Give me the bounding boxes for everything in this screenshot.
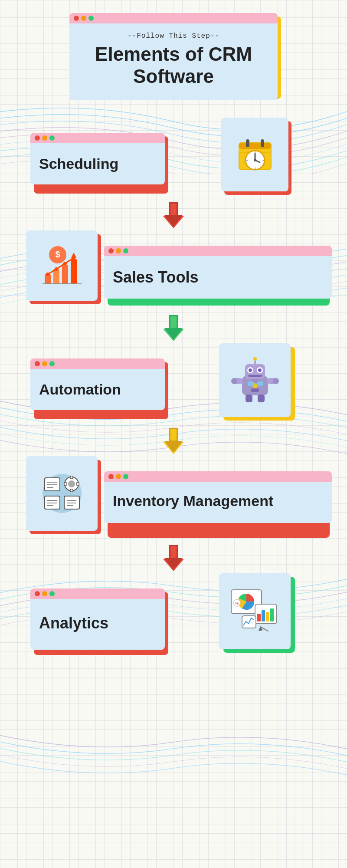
svg-rect-19 — [71, 259, 77, 284]
inventory-titlebar — [104, 471, 332, 482]
svg-point-38 — [231, 378, 237, 384]
dot-red-inv — [108, 474, 114, 479]
svg-rect-54 — [70, 489, 73, 492]
svg-rect-68 — [257, 614, 261, 621]
svg-rect-4 — [246, 139, 249, 147]
sales-titlebar — [104, 246, 332, 256]
dot-yellow-sched — [42, 135, 47, 141]
analytics-body: Analytics — [30, 599, 165, 650]
dot-red-sched — [35, 135, 40, 141]
svg-point-30 — [249, 368, 252, 372]
dot-yellow-ana — [42, 591, 47, 596]
arrow4-head — [163, 559, 184, 571]
arrow2-head — [163, 329, 184, 341]
svg-rect-40 — [246, 395, 252, 402]
inventory-body: Inventory Management — [104, 482, 332, 523]
scheduling-body: Scheduling — [30, 143, 165, 184]
dot-green-sched — [49, 135, 55, 141]
arrow3-head — [163, 442, 184, 454]
dot-yellow-auto — [42, 361, 47, 366]
inventory-title: Inventory Management — [113, 492, 273, 510]
automation-icon-box — [219, 343, 291, 417]
inventory-icon-box — [26, 456, 98, 531]
sales-tools-section: $ — [13, 230, 334, 311]
dot-red-header — [74, 16, 79, 21]
dot-yellow-header — [81, 16, 86, 21]
header-titlebar — [69, 13, 278, 23]
dot-green-auto — [49, 361, 55, 366]
svg-point-21 — [55, 267, 58, 271]
automation-window: Automation — [30, 358, 165, 410]
header-window: --Follow This Step-- Elements of CRM Sof… — [69, 13, 278, 100]
svg-rect-56 — [76, 483, 79, 485]
svg-rect-70 — [266, 612, 269, 621]
scheduling-icon-box — [221, 118, 288, 191]
dot-green-sales — [123, 248, 128, 253]
calendar-clock-icon — [236, 135, 275, 174]
svg-text:$: $ — [55, 250, 60, 259]
arrow-1 — [13, 200, 334, 230]
scheduling-section: Scheduling — [13, 118, 334, 198]
svg-rect-43 — [251, 388, 259, 392]
svg-point-39 — [273, 378, 279, 384]
arrow-3 — [13, 426, 334, 456]
svg-point-20 — [46, 273, 49, 276]
svg-marker-24 — [71, 253, 76, 258]
svg-rect-53 — [70, 476, 73, 479]
svg-point-22 — [63, 262, 67, 265]
header-title: Elements of CRM Software — [82, 43, 265, 87]
header-section: --Follow This Step-- Elements of CRM Sof… — [13, 13, 334, 100]
svg-rect-34 — [248, 375, 262, 377]
header-subtitle: --Follow This Step-- — [82, 32, 265, 40]
sales-chart-icon: $ — [40, 244, 84, 287]
arrow-2 — [13, 313, 334, 343]
dot-green-ana — [49, 591, 55, 596]
analytics-title: Analytics — [39, 614, 156, 632]
arrow-4 — [13, 543, 334, 573]
analytics-window: Analytics — [30, 589, 165, 650]
automation-section: Automation — [13, 343, 334, 424]
sales-title: Sales Tools — [113, 268, 198, 286]
scheduling-title: Scheduling — [39, 155, 156, 172]
dot-green-header — [88, 16, 94, 21]
page-container: --Follow This Step-- Elements of CRM Sof… — [0, 0, 347, 680]
dot-red-ana — [35, 591, 40, 596]
sales-window: Sales Tools — [104, 246, 332, 299]
inventory-section: Inventory Management — [13, 456, 334, 541]
inventory-icon — [40, 472, 84, 515]
scheduling-titlebar — [30, 133, 165, 143]
svg-point-9 — [254, 159, 256, 161]
svg-point-31 — [258, 368, 262, 372]
arrow2-stem — [169, 315, 178, 329]
svg-rect-5 — [261, 139, 264, 147]
sales-icon-box: $ — [26, 230, 98, 301]
analytics-section: Analytics — [13, 573, 334, 658]
dot-yellow-inv — [116, 474, 121, 479]
dot-red-auto — [35, 361, 40, 366]
dot-yellow-sales — [116, 248, 121, 253]
dot-red-sales — [108, 248, 114, 253]
scheduling-window: Scheduling — [30, 133, 165, 184]
svg-rect-18 — [62, 265, 68, 284]
svg-rect-41 — [258, 395, 265, 402]
analytics-charts-icon: % — [229, 588, 281, 635]
sales-body: Sales Tools — [104, 256, 332, 299]
automation-title: Automation — [39, 381, 156, 398]
analytics-icon-box: % — [219, 573, 291, 649]
svg-rect-55 — [64, 483, 67, 485]
automation-body: Automation — [30, 369, 165, 410]
dot-green-inv — [123, 474, 128, 479]
svg-rect-71 — [270, 608, 274, 621]
svg-rect-17 — [53, 269, 59, 284]
automation-titlebar — [30, 358, 165, 369]
svg-rect-69 — [262, 610, 265, 621]
arrow3-stem — [169, 428, 178, 442]
arrow1-stem — [169, 202, 178, 216]
analytics-titlebar — [30, 589, 165, 599]
svg-rect-3 — [239, 143, 271, 149]
header-body: --Follow This Step-- Elements of CRM Sof… — [69, 23, 278, 100]
inventory-window: Inventory Management — [104, 471, 332, 523]
svg-rect-45 — [257, 381, 263, 386]
svg-point-52 — [68, 480, 75, 487]
robot-icon — [231, 356, 279, 404]
